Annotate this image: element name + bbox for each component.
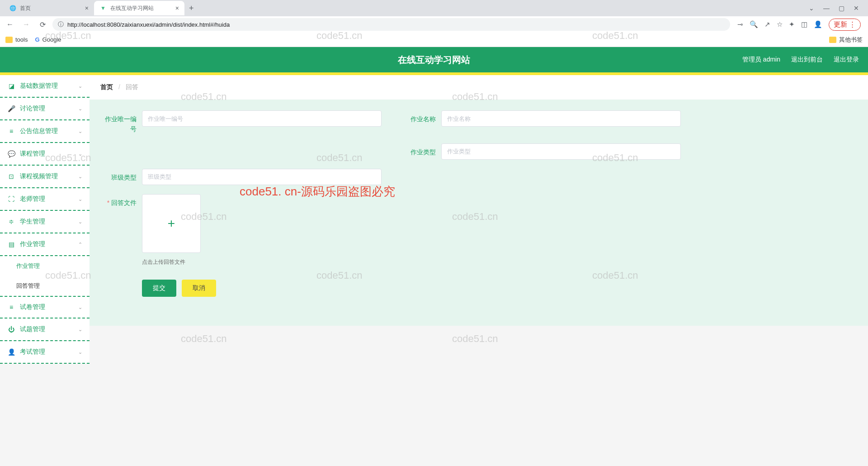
- chevron-down-icon: ⌄: [78, 304, 82, 310]
- sidebar-item-discussion[interactable]: 🎤 讨论管理 ⌄: [0, 98, 90, 120]
- toolbar-icons: ⊸ 🔍 ↗ ☆ ✦ ◫ 👤 更新 ⋮: [734, 19, 864, 31]
- chevron-down-icon: ⌄: [78, 151, 82, 157]
- vue-icon: ▼: [99, 5, 107, 12]
- input-class-type[interactable]: [142, 169, 382, 185]
- extension-icon[interactable]: ✦: [789, 20, 795, 29]
- plus-icon: +: [168, 216, 175, 231]
- tab-title: 在线互动学习网站: [110, 5, 154, 12]
- sidebar: ◪ 基础数据管理 ⌄ 🎤 讨论管理 ⌄ ≡ 公告信息管理 ⌄ 💬 课程管理 ⌄ …: [0, 75, 90, 364]
- sidebar-item-student[interactable]: ≑ 学生管理 ⌄: [0, 211, 90, 233]
- sidebar-item-basedata[interactable]: ◪ 基础数据管理 ⌄: [0, 75, 90, 98]
- chevron-up-icon: ⌃: [78, 242, 82, 247]
- breadcrumb: 首页 / 回答: [90, 75, 868, 100]
- folder-icon: [5, 37, 13, 43]
- close-icon[interactable]: ×: [175, 5, 179, 12]
- forward-button[interactable]: →: [20, 18, 33, 31]
- label-homework-id: 作业唯一编号: [100, 110, 137, 134]
- sidebar-subitem-homework-manage[interactable]: 作业管理: [0, 256, 90, 276]
- sidebar-item-paper[interactable]: ≡ 试卷管理 ⌄: [0, 296, 90, 319]
- google-icon: G: [35, 36, 39, 43]
- video-icon: ⊡: [7, 173, 15, 180]
- chevron-down-icon: ⌄: [78, 83, 82, 89]
- mic-icon: 🎤: [7, 105, 15, 112]
- profile-icon[interactable]: 👤: [814, 20, 822, 29]
- power-icon: ⏻: [7, 326, 15, 333]
- chevron-down-icon: ⌄: [78, 174, 82, 180]
- chevron-down-icon: ⌄: [78, 128, 82, 134]
- chevron-down-icon: ⌄: [78, 196, 82, 202]
- logout-link[interactable]: 退出登录: [834, 56, 859, 64]
- sidebar-item-question[interactable]: ⏻ 试题管理 ⌄: [0, 319, 90, 341]
- folder-icon: [829, 37, 836, 43]
- tab-title: 首页: [20, 5, 31, 12]
- chat-icon: 💬: [7, 150, 15, 157]
- info-icon: ⓘ: [58, 20, 64, 29]
- sidebar-item-video[interactable]: ⊡ 课程视频管理 ⌄: [0, 166, 90, 188]
- user-icon: 👤: [7, 348, 15, 356]
- close-icon[interactable]: ×: [85, 5, 89, 12]
- share-icon[interactable]: ↗: [764, 20, 770, 29]
- bookmark-tools[interactable]: tools: [5, 36, 28, 43]
- add-tab-button[interactable]: +: [184, 4, 198, 13]
- back-button[interactable]: ←: [4, 18, 16, 31]
- label-homework-name: 作业名称: [400, 110, 436, 124]
- url-text: http://localhost:8080/zaixianxuexi/admin…: [67, 21, 230, 28]
- list-icon: ≡: [7, 128, 15, 135]
- reload-button[interactable]: ⟳: [36, 18, 49, 31]
- sidebar-item-exam[interactable]: 👤 考试管理 ⌄: [0, 341, 90, 364]
- bookmarks-bar: tools G Google 其他书签: [0, 33, 868, 47]
- admin-label[interactable]: 管理员 admin: [742, 56, 780, 64]
- note-icon: ◪: [7, 82, 15, 90]
- form-panel: 作业唯一编号 作业名称 作业类型 班级类型: [90, 100, 868, 326]
- key-icon[interactable]: ⊸: [737, 20, 743, 29]
- label-class-type: 班级类型: [100, 169, 137, 182]
- settings-icon: ≑: [7, 218, 15, 225]
- sidebar-item-notice[interactable]: ≡ 公告信息管理 ⌄: [0, 120, 90, 143]
- chevron-down-icon: ⌄: [78, 106, 82, 112]
- label-homework-type: 作业类型: [400, 143, 436, 157]
- browser-tab[interactable]: 🌐 首页 ×: [4, 1, 94, 15]
- chevron-down-icon: ⌄: [78, 349, 82, 355]
- other-bookmarks[interactable]: 其他书签: [829, 36, 863, 44]
- globe-icon: 🌐: [9, 5, 16, 12]
- app-header: 在线互动学习网站 管理员 admin 退出到前台 退出登录: [0, 47, 868, 72]
- close-window-icon[interactable]: ✕: [854, 5, 859, 12]
- update-button[interactable]: 更新 ⋮: [829, 19, 861, 31]
- maximize-icon[interactable]: ▢: [839, 5, 844, 12]
- cancel-button[interactable]: 取消: [182, 280, 216, 297]
- input-homework-name[interactable]: [441, 110, 681, 127]
- url-input[interactable]: ⓘ http://localhost:8080/zaixianxuexi/adm…: [52, 18, 730, 31]
- zoom-icon[interactable]: 🔍: [750, 20, 758, 29]
- form-actions: 提交 取消: [142, 280, 857, 297]
- sidebar-subitem-answer-manage[interactable]: 回答管理: [0, 276, 90, 296]
- crop-icon: ⛶: [7, 195, 15, 203]
- book-icon: ▤: [7, 241, 15, 248]
- breadcrumb-current: 回答: [126, 83, 138, 90]
- window-controls: ⌄ — ▢ ✕: [803, 5, 864, 12]
- bookmark-google[interactable]: G Google: [35, 36, 61, 43]
- input-homework-id[interactable]: [142, 110, 382, 127]
- breadcrumb-home[interactable]: 首页: [100, 83, 113, 90]
- star-icon[interactable]: ☆: [777, 20, 783, 29]
- panel-icon[interactable]: ◫: [801, 20, 807, 29]
- tab-bar: 🌐 首页 × ▼ 在线互动学习网站 × + ⌄ — ▢ ✕: [0, 0, 868, 16]
- label-answer-file: 回答文件: [100, 194, 137, 208]
- sidebar-item-homework[interactable]: ▤ 作业管理 ⌃: [0, 233, 90, 256]
- submit-button[interactable]: 提交: [142, 280, 176, 297]
- chevron-down-icon[interactable]: ⌄: [809, 5, 814, 12]
- minimize-icon[interactable]: —: [823, 5, 830, 12]
- sidebar-item-course[interactable]: 💬 课程管理 ⌄: [0, 143, 90, 166]
- upload-hint: 点击上传回答文件: [142, 258, 201, 266]
- header-actions: 管理员 admin 退出到前台 退出登录: [742, 56, 859, 64]
- address-bar: ← → ⟳ ⓘ http://localhost:8080/zaixianxue…: [0, 16, 868, 33]
- input-homework-type[interactable]: [441, 143, 681, 160]
- app-title: 在线互动学习网站: [398, 54, 470, 66]
- chevron-down-icon: ⌄: [78, 327, 82, 333]
- browser-tab-active[interactable]: ▼ 在线互动学习网站 ×: [94, 1, 184, 15]
- sidebar-item-teacher[interactable]: ⛶ 老师管理 ⌄: [0, 188, 90, 211]
- upload-box[interactable]: +: [142, 194, 201, 253]
- breadcrumb-separator: /: [118, 83, 120, 90]
- list-icon: ≡: [7, 304, 15, 311]
- go-frontend-link[interactable]: 退出到前台: [791, 56, 823, 64]
- content: 首页 / 回答 作业唯一编号 作业名称 作业类型: [90, 75, 868, 364]
